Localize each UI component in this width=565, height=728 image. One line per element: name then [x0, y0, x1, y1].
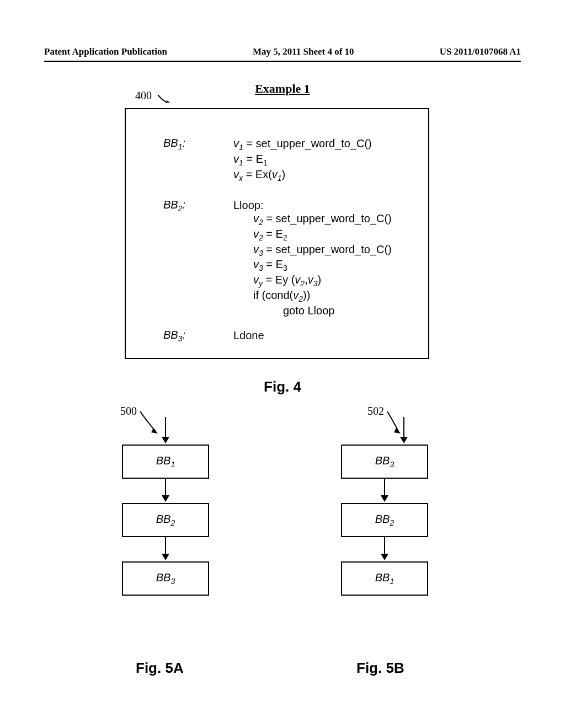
svg-marker-8: [162, 554, 169, 560]
bb3-code: Ldone: [233, 329, 264, 342]
reference-400-leader-icon: [157, 94, 179, 103]
code-box: BB1: v1 = set_upper_word_to_C() v1 = E1 …: [125, 108, 429, 359]
svg-marker-14: [381, 554, 388, 560]
svg-marker-0: [166, 100, 172, 103]
header-center: May 5, 2011 Sheet 4 of 10: [253, 46, 354, 57]
arrow-down-icon: [379, 537, 390, 561]
arrow-in-icon: [338, 417, 431, 445]
reference-502: 502: [367, 405, 384, 417]
flow-box-bb1: BB1: [341, 561, 428, 596]
reference-400: 400: [135, 89, 152, 102]
svg-marker-10: [400, 437, 408, 443]
bb1-code: v1 = set_upper_word_to_C() v1 = E1 vx = …: [233, 137, 372, 183]
page-header: Patent Application Publication May 5, 20…: [44, 46, 521, 62]
flow-box-bb3: BB3: [341, 445, 428, 479]
flow-box-bb2: BB2: [122, 503, 209, 537]
reference-500: 500: [120, 405, 137, 417]
header-left: Patent Application Publication: [44, 46, 167, 57]
flowchart-left: BB1 BB2 BB3: [119, 417, 212, 596]
svg-marker-4: [162, 437, 169, 443]
svg-marker-12: [381, 495, 388, 502]
flowchart-right: BB3 BB2 BB1: [338, 417, 431, 596]
bb2-label: BB2:: [163, 199, 185, 213]
bb3-label: BB3:: [163, 329, 185, 343]
svg-marker-6: [162, 495, 169, 502]
example-title: Example 1: [0, 82, 565, 96]
figure-5a-label: Fig. 5A: [136, 660, 184, 677]
arrow-down-icon: [160, 537, 171, 561]
arrow-down-icon: [379, 479, 390, 503]
header-right: US 2011/0107068 A1: [440, 46, 521, 57]
bb2-code: Lloop: v2 = set_upper_word_to_C() v2 = E…: [233, 199, 392, 317]
flow-box-bb3: BB3: [122, 561, 209, 596]
arrow-down-icon: [160, 479, 171, 503]
bb1-label: BB1:: [163, 137, 185, 151]
flow-box-bb2: BB2: [341, 503, 428, 537]
flow-box-bb1: BB1: [122, 445, 209, 479]
arrow-in-icon: [119, 417, 212, 445]
figure-4-label: Fig. 4: [0, 378, 565, 395]
figure-5b-label: Fig. 5B: [356, 660, 404, 677]
